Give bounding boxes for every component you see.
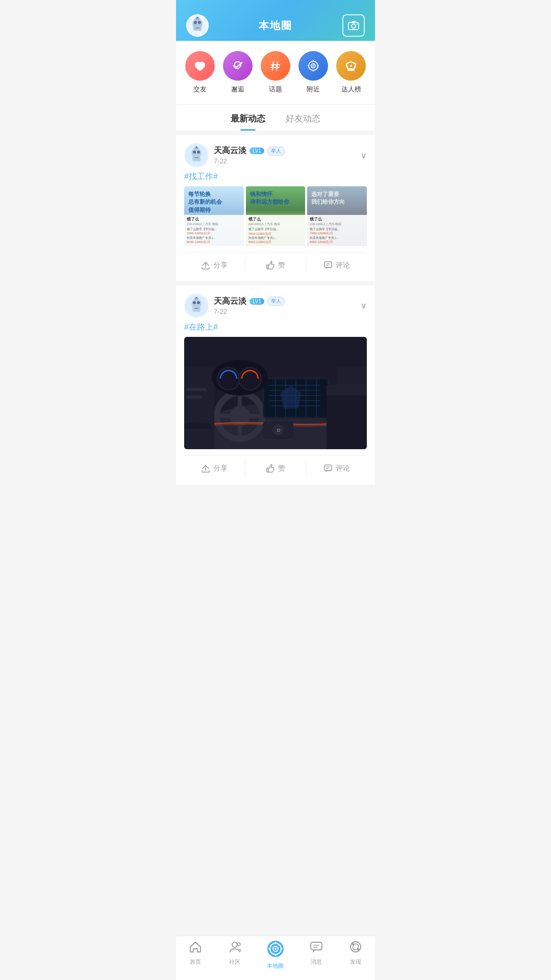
svg-rect-65 xyxy=(186,388,207,391)
share-button-2[interactable]: 分享 xyxy=(184,461,245,476)
friend-label: 交友 xyxy=(193,85,207,94)
job-img1-text1: 每节轮换 xyxy=(188,190,240,198)
job-card-1-bottom: 饿了么 100-1000人 | 汽车·物流 饿了么骑手【节日福... 7000-… xyxy=(184,215,244,246)
quick-actions-bar: 交友 邂逅 话题 xyxy=(176,41,375,105)
user-info-1: 天高云淡 LV1 举人 7-22 xyxy=(214,145,285,165)
svg-rect-75 xyxy=(324,465,332,471)
action-nearby[interactable]: 附近 xyxy=(298,51,328,94)
main-content: 交友 邂逅 话题 xyxy=(176,41,375,529)
post-header-1: 天高云淡 LV1 举人 7-22 ∨ xyxy=(184,143,367,167)
salary-1: 7000-12000元/月 xyxy=(187,231,241,235)
collapse-button-1[interactable]: ∨ xyxy=(361,151,367,160)
svg-point-23 xyxy=(350,65,352,67)
svg-point-40 xyxy=(197,301,200,304)
share-label-2: 分享 xyxy=(213,464,228,473)
car-image[interactable]: D xyxy=(184,337,367,449)
like-button-1[interactable]: 赞 xyxy=(245,258,306,273)
action-friend[interactable]: 交友 xyxy=(185,51,215,94)
post-date-1: 7-22 xyxy=(214,157,285,165)
friend-icon xyxy=(185,51,215,81)
page-title: 本地圈 xyxy=(259,19,292,33)
like-label-2: 赞 xyxy=(278,464,285,473)
svg-point-39 xyxy=(193,301,196,304)
level-badge-2: LV1 xyxy=(249,298,264,305)
job-img1-text3: 值得期待 xyxy=(188,206,240,214)
post-card-1: 天高云淡 LV1 举人 7-22 ∨ #找工作# 每节轮换 总有新的机会 值得期… xyxy=(176,135,375,281)
svg-rect-5 xyxy=(195,28,199,29)
rank-icon xyxy=(336,51,366,81)
job-image-grid: 每节轮换 总有新的机会 值得期待 饿了么 100-1000人 | 汽车·物流 饿… xyxy=(184,186,367,246)
topic-icon xyxy=(261,51,290,81)
svg-rect-29 xyxy=(194,157,198,158)
comment-button-1[interactable]: 评论 xyxy=(306,258,367,273)
svg-rect-64 xyxy=(184,368,214,449)
encounter-icon xyxy=(223,51,253,81)
svg-line-13 xyxy=(277,62,278,70)
hashtag-1[interactable]: #找工作# xyxy=(184,172,367,182)
svg-rect-10 xyxy=(352,21,356,23)
job-image-2[interactable]: 钱和情怀 诗和远方都给你 饿了么 100-1000人 | 汽车·物流 饿了么骑手… xyxy=(246,186,306,246)
svg-point-28 xyxy=(197,151,200,154)
job-image-3[interactable]: 选对了重要 我们给你方向 饿了么 100-1000人 | 汽车·物流 饿了么骑手… xyxy=(307,186,367,246)
user-info-2: 天高云淡 LV1 举人 7-22 xyxy=(214,296,285,315)
post-avatar-2[interactable] xyxy=(184,293,209,318)
hashtag-2[interactable]: #在路上# xyxy=(184,322,367,333)
action-topic[interactable]: 话题 xyxy=(261,51,290,94)
report-badge-2: 举人 xyxy=(267,297,285,306)
svg-rect-38 xyxy=(192,307,201,312)
svg-rect-26 xyxy=(192,156,201,161)
post-header-2: 天高云淡 LV1 举人 7-22 ∨ xyxy=(184,293,367,318)
svg-point-31 xyxy=(196,146,197,148)
rank-label: 达人榜 xyxy=(341,85,361,94)
encounter-label: 邂逅 xyxy=(231,85,244,94)
job-card-2-bottom: 饿了么 100-1000人 | 汽车·物流 饿了么骑手【节日福... 7000-… xyxy=(246,215,306,246)
camera-button[interactable] xyxy=(342,14,365,37)
job-image-1[interactable]: 每节轮换 总有新的机会 值得期待 饿了么 100-1000人 | 汽车·物流 饿… xyxy=(184,186,244,246)
level-badge-1: LV1 xyxy=(249,148,264,154)
job-img3-text2: 我们给你方向 xyxy=(311,198,363,206)
action-bar-2: 分享 赞 评论 xyxy=(184,455,367,476)
action-bar-1: 分享 赞 评论 xyxy=(184,252,367,273)
share-button-1[interactable]: 分享 xyxy=(184,258,245,273)
username-1: 天高云淡 xyxy=(214,145,246,156)
nearby-label: 附近 xyxy=(307,85,320,94)
salary-2: 8000-12000元/月 xyxy=(187,240,241,244)
svg-point-3 xyxy=(194,21,197,24)
share-label-1: 分享 xyxy=(213,261,228,270)
report-badge-1: 举人 xyxy=(267,146,285,156)
post-user-2: 天高云淡 LV1 举人 7-22 xyxy=(184,293,285,318)
like-button-2[interactable]: 赞 xyxy=(245,461,306,476)
post-card-2: 天高云淡 LV1 举人 7-22 ∨ #在路上# xyxy=(176,285,375,484)
post-user-1: 天高云淡 LV1 举人 7-22 xyxy=(184,143,285,167)
comment-button-2[interactable]: 评论 xyxy=(306,461,367,476)
like-label-1: 赞 xyxy=(278,261,285,270)
job-card-3-bottom: 饿了么 100-1000人 | 汽车·物流 饿了么骑手【节日福... 7000-… xyxy=(307,215,367,246)
job-img2-text2: 诗和远方都给你 xyxy=(250,198,302,206)
header: 本地圈 xyxy=(176,0,375,41)
svg-line-12 xyxy=(272,62,273,70)
comment-label-2: 评论 xyxy=(336,464,350,473)
tab-latest[interactable]: 最新动态 xyxy=(231,113,265,131)
svg-point-4 xyxy=(198,21,201,24)
post-date-2: 7-22 xyxy=(214,308,285,315)
svg-point-43 xyxy=(196,297,197,298)
svg-rect-66 xyxy=(186,396,202,399)
user-name-row-2: 天高云淡 LV1 举人 xyxy=(214,296,285,307)
comment-label-1: 评论 xyxy=(336,261,350,270)
username-2: 天高云淡 xyxy=(214,296,246,307)
svg-rect-33 xyxy=(324,262,332,267)
post-avatar-1[interactable] xyxy=(184,143,209,167)
feed-tabs: 最新动态 好友动态 xyxy=(176,105,375,131)
job-img3-text1: 选对了重要 xyxy=(311,190,363,198)
svg-point-9 xyxy=(352,24,356,28)
user-avatar-header[interactable] xyxy=(186,14,209,37)
action-encounter[interactable]: 邂逅 xyxy=(223,51,253,94)
collapse-button-2[interactable]: ∨ xyxy=(361,301,367,310)
job-img2-text1: 钱和情怀 xyxy=(250,190,302,198)
svg-point-7 xyxy=(197,17,198,18)
svg-rect-11 xyxy=(357,23,358,24)
topic-label: 话题 xyxy=(269,85,282,94)
svg-rect-41 xyxy=(194,308,198,309)
action-rank[interactable]: 达人榜 xyxy=(336,51,366,94)
tab-friends[interactable]: 好友动态 xyxy=(286,113,320,131)
